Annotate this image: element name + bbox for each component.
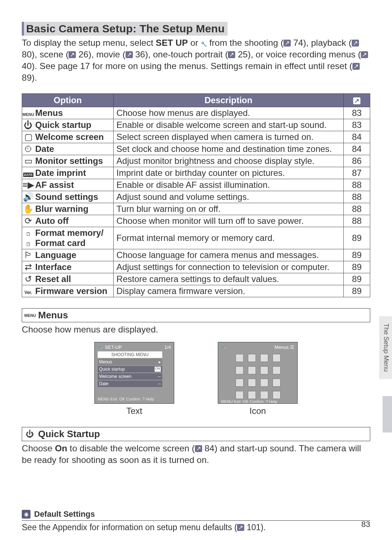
monitor-icon: ▭ bbox=[22, 155, 35, 167]
setup-icon bbox=[201, 40, 207, 47]
intro-paragraph: To display the setup menu, select SET UP… bbox=[22, 37, 370, 83]
table-row: ⇄InterfaceAdjust settings for connection… bbox=[22, 261, 370, 273]
page-ref-icon: ↗ bbox=[352, 40, 359, 47]
interface-icon: ⇄ bbox=[22, 261, 35, 273]
page-ref-icon: ↗ bbox=[126, 51, 133, 58]
table-row: ⏻Quick startupEnable or disable welcome … bbox=[22, 119, 370, 131]
menu-icon: MENU bbox=[24, 313, 35, 318]
table-row: MENUMenusChoose how menus are displayed.… bbox=[22, 107, 370, 119]
power-icon: ⏻ bbox=[24, 430, 35, 439]
page-ref-icon: ↗ bbox=[361, 51, 368, 58]
screen-icon: ▢ bbox=[22, 131, 35, 143]
table-row: Ver.Firmware versionDisplay camera firmw… bbox=[22, 285, 370, 297]
quick-startup-description: Choose On to disable the welcome screen … bbox=[22, 443, 370, 466]
page-ref-icon: ↗ bbox=[352, 63, 360, 70]
table-row: 🗋🗋Format memory/ Format cardFormat inter… bbox=[22, 227, 370, 249]
version-icon: Ver. bbox=[22, 285, 35, 297]
table-row: 🔊Sound settingsAdjust sound and volume s… bbox=[22, 191, 370, 203]
menus-description: Choose how menus are displayed. bbox=[22, 324, 370, 335]
default-settings-note-body: See the Appendix for information on setu… bbox=[22, 522, 370, 533]
options-table: Option Description ↗ MENUMenusChoose how… bbox=[22, 93, 370, 297]
menus-subheading: MENU Menus bbox=[22, 308, 370, 322]
col-page-ref: ↗ bbox=[344, 94, 370, 107]
col-option: Option bbox=[22, 94, 114, 107]
sound-icon: 🔊 bbox=[22, 191, 35, 203]
reset-icon: ↺ bbox=[22, 273, 35, 285]
table-row: ▭Monitor settingsAdjust monitor brightne… bbox=[22, 155, 370, 167]
page-ref-icon: ↗ bbox=[283, 40, 291, 47]
text-caption: Text bbox=[94, 406, 174, 416]
table-row: ✋Blur warningTurn blur warning on or off… bbox=[22, 203, 370, 215]
icon-caption: Icon bbox=[218, 406, 298, 416]
page-ref-icon: ↗ bbox=[195, 445, 202, 452]
auto-off-icon: ⟳ bbox=[22, 215, 35, 227]
side-tab: The Setup Menu bbox=[380, 316, 392, 379]
date-imprint-icon: DATE bbox=[22, 167, 35, 179]
page-ref-icon: ↗ bbox=[228, 51, 235, 58]
blur-icon: ✋ bbox=[22, 203, 35, 215]
table-row: ⏲DateSet clock and choose home and desti… bbox=[22, 143, 370, 155]
icon-menu-screenshot: 🔧Menus ☰ MENU ExitOK Confirm? Help Icon bbox=[218, 342, 298, 416]
page-title: Basic Camera Setup: The Setup Menu bbox=[22, 22, 228, 36]
menu-icon: MENU bbox=[22, 107, 35, 119]
side-tab-solid bbox=[383, 396, 392, 432]
clock-icon: ⏲ bbox=[22, 143, 35, 155]
page-number: 83 bbox=[362, 520, 370, 529]
table-header: Option Description ↗ bbox=[22, 94, 370, 107]
page-ref-icon: ↗ bbox=[69, 51, 76, 58]
page-ref-icon: ↗ bbox=[237, 524, 244, 531]
col-description: Description bbox=[113, 94, 343, 107]
default-settings-note-header: ◉ Default Settings bbox=[22, 509, 370, 521]
table-row: DATEDate imprintImprint date or birthday… bbox=[22, 167, 370, 179]
table-row: ≡▶AF assistEnable or disable AF assist i… bbox=[22, 179, 370, 191]
table-row: ▢Welcome screenSelect screen displayed w… bbox=[22, 131, 370, 143]
text-menu-screenshot: 🔧 SET-UP1/4 SHOOTING MENU Menus▸ Quick s… bbox=[94, 342, 174, 416]
format-icon: 🗋🗋 bbox=[22, 227, 35, 249]
table-row: ⟳Auto offChoose when monitor will turn o… bbox=[22, 215, 370, 227]
table-row: ↺Reset allRestore camera settings to def… bbox=[22, 273, 370, 285]
language-icon: 🏳 bbox=[22, 249, 35, 261]
quick-startup-subheading: ⏻ Quick Startup bbox=[22, 427, 370, 441]
note-icon: ◉ bbox=[22, 510, 30, 519]
power-icon: ⏻ bbox=[22, 119, 35, 131]
af-assist-icon: ≡▶ bbox=[22, 179, 35, 191]
table-row: 🏳LanguageChoose language for camera menu… bbox=[22, 249, 370, 261]
